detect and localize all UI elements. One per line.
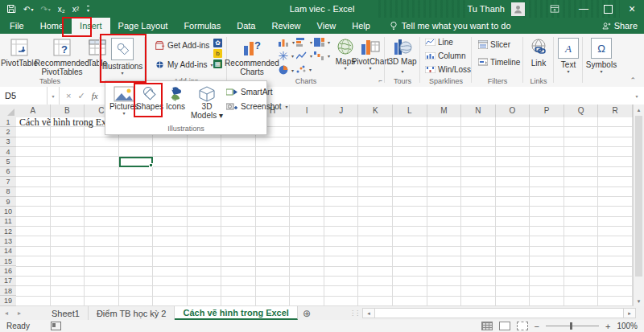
row-header-5[interactable]: 5	[0, 157, 16, 166]
sheet-tab-sheet1[interactable]: Sheet1	[43, 306, 89, 320]
row-header-4[interactable]: 4	[0, 147, 16, 157]
link-button[interactable]: Link	[526, 35, 551, 68]
enter-icon[interactable]: ✓	[77, 91, 85, 101]
sheet-nav-left-icon[interactable]: ◂	[0, 306, 13, 320]
column-header-K[interactable]: K	[358, 105, 393, 117]
charts-dialog-launcher-icon[interactable]: ⌐	[378, 77, 382, 84]
tab-review[interactable]: Review	[263, 18, 308, 34]
row-header-13[interactable]: 13	[0, 236, 16, 246]
recommended-charts-button[interactable]: ? Recommended Charts	[229, 35, 275, 76]
user-name[interactable]: Tu Thanh	[468, 4, 505, 14]
symbols-button[interactable]: Ω Symbols ▾	[585, 35, 617, 74]
row-header-15[interactable]: 15	[0, 256, 16, 266]
zoom-slider-handle[interactable]	[570, 322, 572, 330]
row-header-19[interactable]: 19	[0, 296, 16, 305]
addin-app-icon-bing[interactable]: b	[213, 49, 222, 58]
normal-view-icon[interactable]	[481, 322, 493, 330]
addin-app-icon-green[interactable]: ▦	[213, 59, 222, 68]
subscript-button[interactable]: x₂	[58, 5, 65, 14]
name-box[interactable]: D5	[0, 87, 47, 105]
page-break-view-icon[interactable]	[517, 322, 528, 330]
row-header-6[interactable]: 6	[0, 167, 16, 177]
shapes-menu-item[interactable]: Shapes	[138, 86, 161, 111]
save-icon[interactable]	[6, 4, 16, 14]
superscript-button[interactable]: x²	[72, 5, 79, 14]
redo-button[interactable]: ↷▾	[40, 5, 50, 14]
row-header-16[interactable]: 16	[0, 266, 16, 276]
tab-view[interactable]: View	[309, 18, 345, 34]
insert-waterfall-chart-button[interactable]: ▾	[314, 51, 330, 60]
insert-bar-chart-button[interactable]: ▾	[296, 38, 312, 47]
row-header-11[interactable]: 11	[0, 217, 16, 227]
screenshot-menu-item[interactable]: Screenshot ▾	[226, 102, 288, 111]
3d-map-button[interactable]: 3D Map ▾	[388, 35, 417, 75]
macro-record-icon[interactable]	[51, 322, 61, 330]
horizontal-scroll-thumb[interactable]	[375, 308, 623, 318]
ribbon-display-options-icon[interactable]	[543, 0, 567, 18]
new-sheet-icon[interactable]: ⊕	[298, 306, 316, 320]
minimize-button[interactable]: —	[572, 0, 596, 18]
scroll-down-icon[interactable]: ▾	[634, 296, 644, 306]
vertical-scroll-thumb[interactable]	[635, 116, 642, 277]
insert-hierarchy-chart-button[interactable]: ▾	[314, 38, 330, 47]
insert-pie-chart-button[interactable]: ▾	[279, 65, 294, 75]
row-header-17[interactable]: 17	[0, 277, 16, 286]
share-button[interactable]: Share	[602, 21, 638, 31]
row-header-1[interactable]: 1	[0, 117, 16, 127]
close-button[interactable]: ×	[620, 0, 644, 18]
maximize-button[interactable]	[596, 0, 620, 18]
column-header-Q[interactable]: Q	[564, 105, 599, 117]
text-button[interactable]: A Text ▾	[556, 35, 580, 74]
recommended-pivottables-button[interactable]: ? Recommended PivotTables	[37, 35, 87, 76]
row-header-18[interactable]: 18	[0, 286, 16, 296]
column-header-M[interactable]: M	[427, 105, 462, 117]
scrollbar-resize-grip[interactable]: ⋮⋮	[349, 308, 359, 318]
cancel-icon[interactable]: ×	[66, 91, 71, 100]
tab-formulas[interactable]: Formulas	[175, 18, 229, 34]
collapse-ribbon-icon[interactable]: ⌃	[630, 76, 636, 84]
pivottable-button[interactable]: PivotTable	[3, 35, 35, 68]
tab-page-layout[interactable]: Page Layout	[110, 18, 176, 34]
sparkline-line-button[interactable]: Line	[425, 38, 453, 47]
column-header-I[interactable]: I	[290, 105, 324, 117]
row-header-7[interactable]: 7	[0, 177, 16, 186]
sheet-tab-diem-tb[interactable]: Điểm TB học kỳ 2	[89, 306, 175, 320]
illustrations-button[interactable]: Illustrations ▾	[101, 35, 143, 76]
grid-cells[interactable]: Cách vẽ hình trong Excel	[16, 117, 633, 306]
undo-button[interactable]: ↶▾	[23, 5, 33, 14]
sheet-nav-right-icon[interactable]: ▸	[13, 306, 26, 320]
vertical-scrollbar[interactable]: ▴ ▾	[633, 105, 644, 306]
formula-bar-expand-icon[interactable]: ▾	[630, 87, 644, 105]
zoom-level[interactable]: 100%	[617, 322, 638, 330]
row-header-14[interactable]: 14	[0, 247, 16, 256]
sheet-tab-cach-ve-hinh[interactable]: Cách vẽ hình trong Excel	[175, 306, 297, 320]
timeline-button[interactable]: Timeline	[478, 58, 520, 67]
row-header-8[interactable]: 8	[0, 187, 16, 197]
icons-menu-item[interactable]: Icons	[163, 86, 188, 111]
pictures-menu-item[interactable]: Pictures ▾	[110, 86, 138, 116]
select-all-corner[interactable]	[0, 105, 17, 118]
insert-function-icon[interactable]: fx	[92, 91, 98, 100]
tab-file[interactable]: File	[0, 18, 32, 34]
insert-column-chart-button[interactable]: ▾	[279, 38, 295, 47]
column-header-A[interactable]: A	[16, 105, 51, 117]
page-layout-view-icon[interactable]	[499, 322, 510, 330]
active-cell-d5[interactable]	[119, 157, 154, 166]
column-header-B[interactable]: B	[51, 105, 85, 117]
row-header-10[interactable]: 10	[0, 207, 16, 216]
insert-scatter-chart-button[interactable]: ▾	[296, 65, 312, 74]
get-addins-button[interactable]: Get Add-ins	[155, 40, 209, 51]
pivotchart-button[interactable]: PivotChart ▾	[356, 35, 385, 71]
column-header-J[interactable]: J	[324, 105, 359, 117]
row-header-12[interactable]: 12	[0, 227, 16, 236]
row-header-3[interactable]: 3	[0, 137, 16, 147]
row-header-2[interactable]: 2	[0, 127, 16, 137]
my-addins-button[interactable]: My Add-ins ▾	[155, 59, 213, 70]
tab-data[interactable]: Data	[229, 18, 263, 34]
zoom-in-button[interactable]: +	[605, 322, 610, 331]
slicer-button[interactable]: Slicer	[478, 40, 510, 49]
zoom-slider[interactable]	[546, 326, 599, 326]
sparkline-column-button[interactable]: Column	[425, 51, 465, 60]
insert-line-chart-button[interactable]: ▾	[296, 51, 312, 60]
tab-help[interactable]: Help	[344, 18, 378, 34]
